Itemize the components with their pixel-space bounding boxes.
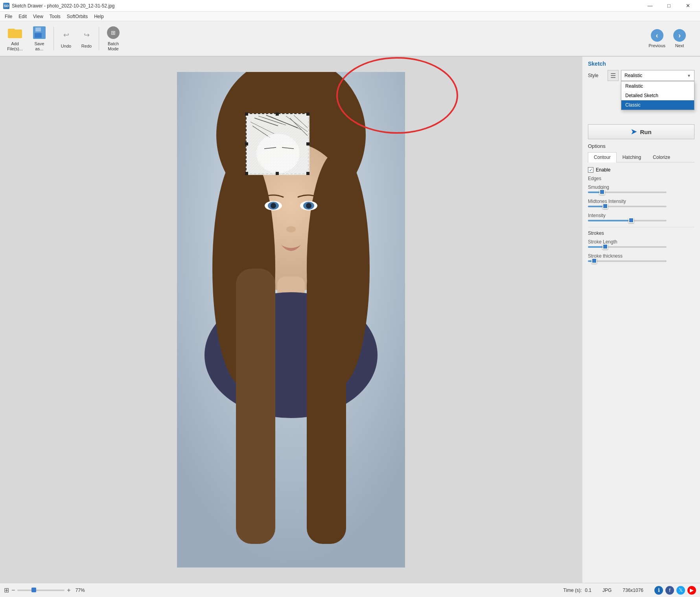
svg-point-12 — [271, 203, 276, 208]
svg-point-30 — [256, 134, 300, 173]
menu-softorbits[interactable]: SoftOrbits — [64, 13, 91, 20]
style-dropdown-button[interactable]: Realistic ▼ — [621, 70, 694, 81]
sketch-handle-tl[interactable] — [245, 112, 248, 116]
sketch-handle-br[interactable] — [306, 172, 309, 175]
toolbar-separator-2 — [99, 27, 99, 50]
svg-point-15 — [306, 203, 311, 208]
zoom-slider[interactable] — [17, 590, 64, 591]
sketch-handle-tr[interactable] — [306, 112, 309, 116]
stroke-thickness-track[interactable] — [588, 260, 667, 262]
enable-checkbox[interactable]: ✓ — [588, 167, 593, 173]
svg-rect-9 — [307, 269, 346, 544]
redo-icon: ↪ — [79, 28, 94, 42]
svg-rect-8 — [236, 269, 275, 544]
status-bar: ⊞ − + 77% Time (s): 0.1 JPG 736x1076 ℹ f… — [0, 583, 700, 597]
tab-hatching[interactable]: Hatching — [617, 152, 647, 162]
stroke-thickness-slider-row — [588, 260, 694, 262]
file-format: JPG — [602, 588, 612, 593]
toolbar-separator-1 — [53, 27, 54, 50]
previous-arrow-icon: ‹ — [651, 29, 663, 42]
batch-mode-icon: ⊞ — [106, 26, 120, 40]
nav-buttons: ‹ Previous › Next — [645, 28, 689, 50]
midtones-slider-row — [588, 206, 694, 207]
save-as-button[interactable]: Saveas... — [28, 24, 51, 53]
stroke-thickness-thumb[interactable] — [591, 258, 597, 263]
close-button[interactable]: ✕ — [679, 0, 697, 12]
stroke-length-track[interactable] — [588, 246, 667, 248]
next-arrow-icon: › — [673, 29, 686, 42]
zoom-fit-button[interactable]: ⊞ — [4, 587, 9, 593]
style-option-classic[interactable]: Classic — [621, 100, 694, 110]
title-bar-left: SD Sketch Drawer - photo_2022-10-20_12-3… — [3, 3, 115, 9]
tab-colorize[interactable]: Colorize — [647, 152, 676, 162]
tab-contour[interactable]: Contour — [588, 152, 617, 162]
menu-help[interactable]: Help — [91, 13, 107, 20]
sketch-handle-mr[interactable] — [306, 142, 309, 146]
main-content: Sketch Style ☰ Realistic ▼ Realistic — [0, 57, 700, 583]
maximize-button[interactable]: □ — [660, 0, 678, 12]
sketch-handle-bl[interactable] — [245, 172, 248, 175]
menu-view[interactable]: View — [30, 13, 46, 20]
strokes-label: Strokes — [588, 230, 694, 236]
undo-button[interactable]: ↩ Undo — [56, 24, 76, 53]
stroke-length-section: Stroke Length — [588, 239, 694, 248]
sketch-handle-tm[interactable] — [276, 112, 279, 116]
app-icon: SD — [3, 3, 9, 9]
enable-row: ✓ Enable — [588, 167, 694, 173]
sketch-handle-bm[interactable] — [276, 172, 279, 175]
youtube-icon[interactable]: ▶ — [687, 586, 696, 595]
stroke-length-slider-row — [588, 246, 694, 248]
style-option-realistic[interactable]: Realistic — [621, 81, 694, 91]
previous-button[interactable]: ‹ Previous — [645, 28, 669, 50]
twitter-icon[interactable]: 𝕏 — [676, 586, 685, 595]
midtones-section: Midtones Intensity — [588, 199, 694, 207]
zoom-out-button[interactable]: − — [11, 587, 15, 593]
run-arrow-icon: ➤ — [631, 127, 637, 136]
add-files-button[interactable]: AddFile(s)... — [3, 24, 27, 53]
adjust-icon-button[interactable]: ☰ — [608, 70, 619, 81]
batch-mode-button[interactable]: ⊞ BatchMode — [101, 24, 125, 53]
stroke-length-thumb[interactable] — [602, 244, 608, 249]
next-button[interactable]: › Next — [670, 28, 689, 50]
enable-label: Enable — [596, 167, 610, 173]
next-label: Next — [675, 43, 684, 48]
sketch-overlay[interactable] — [246, 113, 309, 174]
time-value: 0.1 — [585, 588, 591, 593]
smudging-thumb[interactable] — [599, 189, 605, 195]
toolbar: AddFile(s)... Saveas... ↩ Undo ↪ Redo ⊞ … — [0, 21, 700, 57]
dropdown-arrow-icon: ▼ — [687, 74, 691, 78]
run-button[interactable]: ➤ Run — [588, 124, 694, 139]
previous-label: Previous — [648, 43, 665, 48]
facebook-icon[interactable]: f — [665, 586, 674, 595]
title-bar: SD Sketch Drawer - photo_2022-10-20_12-3… — [0, 0, 700, 12]
intensity-thumb[interactable] — [628, 217, 634, 223]
right-panel: Sketch Style ☰ Realistic ▼ Realistic — [582, 57, 700, 583]
menu-file[interactable]: File — [2, 13, 15, 20]
canvas-area[interactable] — [0, 57, 582, 583]
info-icon[interactable]: ℹ — [654, 586, 663, 595]
style-dropdown-menu: Realistic Detailed Sketch Classic — [621, 81, 694, 110]
minimize-button[interactable]: — — [641, 0, 659, 12]
style-option-detailed-sketch[interactable]: Detailed Sketch — [621, 91, 694, 100]
undo-label: Undo — [61, 44, 71, 49]
strokes-divider — [588, 227, 694, 227]
window-title: Sketch Drawer - photo_2022-10-20_12-31-5… — [12, 3, 115, 9]
redo-button[interactable]: ↪ Redo — [77, 24, 96, 53]
options-tabs: Contour Hatching Colorize — [588, 152, 694, 162]
menu-tools[interactable]: Tools — [46, 13, 64, 20]
menu-bar: File Edit View Tools SoftOrbits Help — [0, 12, 700, 21]
undo-icon: ↩ — [59, 28, 73, 42]
intensity-fill — [588, 220, 631, 221]
midtones-thumb[interactable] — [602, 203, 608, 209]
zoom-thumb[interactable] — [31, 588, 36, 592]
menu-edit[interactable]: Edit — [15, 13, 30, 20]
sketch-texture — [247, 114, 309, 175]
image-dimensions: 736x1076 — [623, 588, 643, 593]
intensity-track[interactable] — [588, 220, 667, 221]
zoom-in-button[interactable]: + — [67, 587, 70, 593]
midtones-track[interactable] — [588, 206, 667, 207]
intensity-section: Intensity — [588, 213, 694, 221]
smudging-track[interactable] — [588, 192, 667, 193]
save-as-icon — [32, 26, 46, 40]
sketch-handle-ml[interactable] — [245, 142, 248, 146]
